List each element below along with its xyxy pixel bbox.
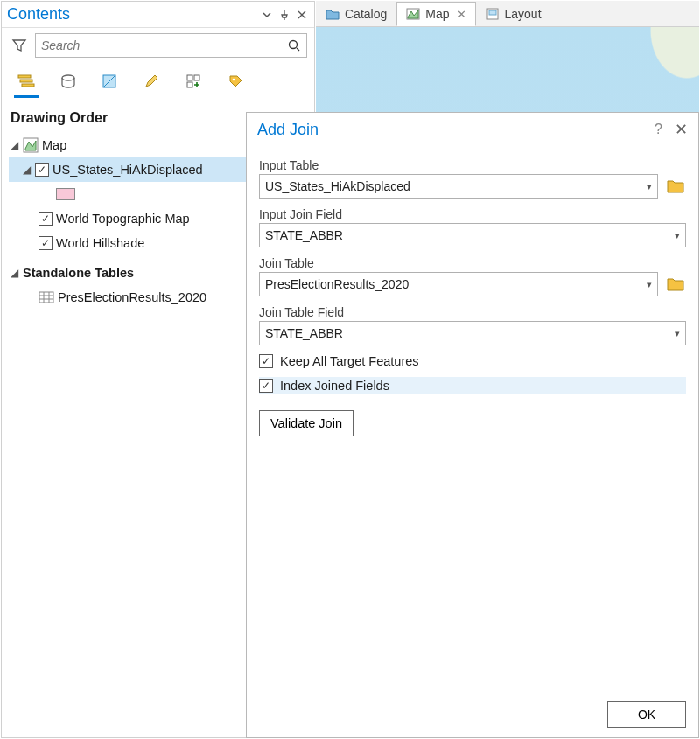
input-join-field-label: Input Join Field: [259, 207, 686, 221]
dialog-body: Input Table US_States_HiAkDisplaced ▾ In…: [247, 146, 698, 692]
list-by-snapping-button[interactable]: [182, 66, 206, 98]
svg-rect-8: [187, 82, 192, 87]
ok-button[interactable]: OK: [607, 701, 686, 728]
join-table-field-value: STATE_ABBR: [265, 326, 343, 340]
svg-rect-3: [22, 84, 34, 87]
layer-visibility-checkbox[interactable]: ✓: [38, 236, 52, 250]
tab-map[interactable]: Map ✕: [396, 2, 475, 26]
chevron-down-icon: ▾: [647, 181, 652, 192]
dialog-titlebar: Add Join ? ✕: [247, 113, 698, 146]
table-label: PresElectionResults_2020: [58, 290, 206, 304]
layer-visibility-checkbox[interactable]: ✓: [35, 163, 49, 177]
join-table-dropdown[interactable]: PresElectionResults_2020 ▾: [259, 272, 658, 296]
dropdown-icon[interactable]: [260, 8, 274, 22]
dialog-title: Add Join: [257, 121, 318, 139]
list-by-editing-button[interactable]: [140, 66, 164, 98]
keep-all-features-row[interactable]: ✓ Keep All Target Features: [259, 354, 686, 368]
list-by-labeling-button[interactable]: [224, 66, 248, 98]
svg-rect-7: [194, 75, 200, 80]
validate-join-button[interactable]: Validate Join: [259, 410, 354, 436]
keep-all-checkbox[interactable]: ✓: [259, 354, 273, 368]
keep-all-label: Keep All Target Features: [280, 354, 419, 368]
layer-label: US_States_HiAkDisplaced: [52, 163, 203, 177]
tab-label: Layout: [505, 7, 542, 21]
chevron-down-icon: ▾: [675, 230, 680, 241]
svg-point-9: [233, 78, 235, 80]
filter-button[interactable]: [9, 35, 30, 56]
view-tabs-bar: Catalog Map ✕ Layout: [316, 1, 699, 27]
list-by-source-button[interactable]: [56, 66, 80, 98]
contents-header: Contents: [2, 2, 314, 28]
list-by-drawing-order-button[interactable]: [14, 66, 38, 98]
list-by-selection-button[interactable]: [98, 66, 122, 98]
symbol-swatch[interactable]: [56, 188, 75, 200]
help-icon[interactable]: ?: [654, 122, 662, 137]
layer-label: World Hillshade: [56, 236, 144, 250]
index-joined-fields-row[interactable]: ✓ Index Joined Fields: [259, 377, 686, 394]
tab-label: Catalog: [345, 7, 387, 21]
caret-down-icon[interactable]: ◢: [9, 267, 19, 279]
join-table-value: PresElectionResults_2020: [265, 277, 409, 291]
input-table-value: US_States_HiAkDisplaced: [265, 179, 410, 193]
contents-title: Contents: [7, 5, 256, 24]
browse-folder-icon[interactable]: [665, 176, 686, 197]
layer-label: World Topographic Map: [56, 212, 190, 226]
input-table-dropdown[interactable]: US_States_HiAkDisplaced ▾: [259, 174, 658, 199]
svg-rect-16: [489, 10, 496, 15]
map-label: Map: [42, 138, 66, 152]
tab-label: Map: [425, 7, 449, 21]
svg-point-0: [290, 41, 298, 49]
standalone-tables-heading: Standalone Tables: [23, 266, 134, 280]
svg-rect-2: [20, 80, 32, 82]
input-table-label: Input Table: [259, 158, 686, 172]
contents-toolbar: [2, 63, 314, 98]
index-joined-label: Index Joined Fields: [280, 379, 389, 393]
input-join-field-value: STATE_ABBR: [265, 228, 343, 242]
browse-folder-icon[interactable]: [665, 274, 686, 295]
search-box[interactable]: [35, 33, 307, 58]
join-table-field-label: Join Table Field: [259, 305, 686, 319]
svg-rect-12: [39, 292, 53, 303]
search-input[interactable]: [41, 38, 287, 52]
close-icon[interactable]: ✕: [675, 120, 688, 139]
add-join-dialog: Add Join ? ✕ Input Table US_States_HiAkD…: [246, 112, 699, 738]
close-icon[interactable]: [295, 8, 309, 22]
svg-rect-6: [187, 75, 192, 80]
map-icon: [23, 137, 38, 153]
join-table-field-dropdown[interactable]: STATE_ABBR ▾: [259, 321, 686, 345]
svg-rect-1: [18, 75, 31, 78]
tab-catalog[interactable]: Catalog: [316, 2, 396, 26]
tab-layout[interactable]: Layout: [476, 2, 551, 26]
chevron-down-icon: ▾: [647, 279, 652, 290]
pin-icon[interactable]: [277, 8, 291, 22]
index-joined-checkbox[interactable]: ✓: [259, 379, 273, 393]
search-row: [2, 28, 314, 63]
chevron-down-icon: ▾: [675, 328, 680, 339]
caret-down-icon[interactable]: ◢: [9, 139, 19, 151]
layer-visibility-checkbox[interactable]: ✓: [38, 212, 52, 226]
svg-point-4: [62, 75, 74, 80]
caret-down-icon[interactable]: ◢: [21, 164, 32, 176]
search-icon[interactable]: [287, 38, 301, 52]
table-icon: [38, 289, 54, 305]
tab-close-icon[interactable]: ✕: [457, 8, 466, 21]
input-join-field-dropdown[interactable]: STATE_ABBR ▾: [259, 223, 686, 247]
dialog-footer: OK: [247, 692, 698, 737]
join-table-label: Join Table: [259, 256, 686, 270]
